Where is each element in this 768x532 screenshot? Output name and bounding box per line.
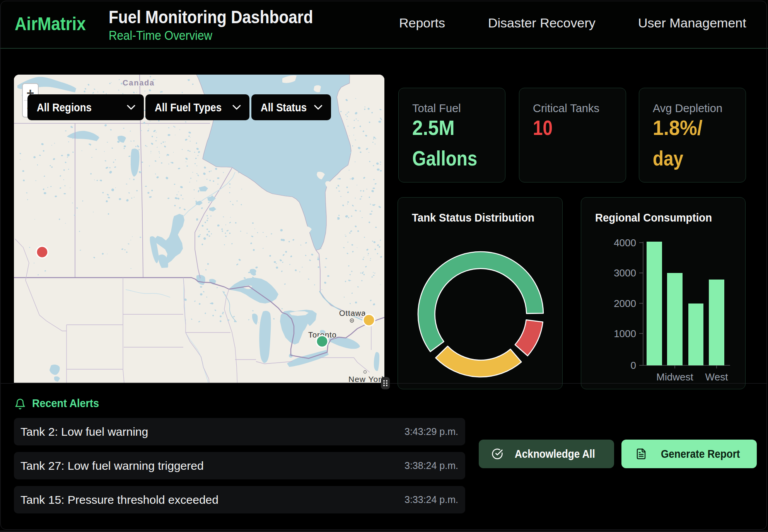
svg-text:New York: New York [348,375,384,383]
svg-text:Ottawa: Ottawa [339,309,366,317]
svg-text:Canada: Canada [123,78,155,87]
